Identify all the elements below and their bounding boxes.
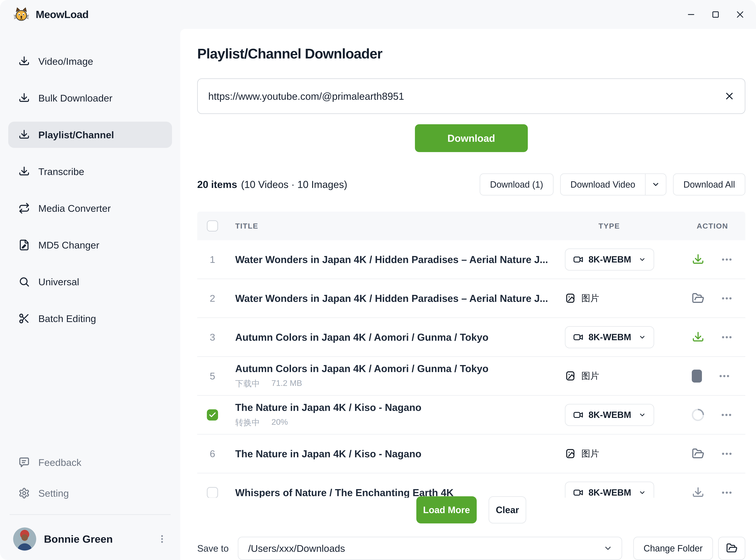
search-icon (18, 276, 30, 287)
download-all-button[interactable]: Download All (673, 174, 745, 196)
table-row: 3Autumn Colors in Japan 4K / Aomori / Gu… (197, 318, 745, 357)
download-button[interactable]: Download (415, 124, 528, 152)
chevron-down-icon (639, 334, 646, 341)
download-selected-button[interactable]: Download (1) (480, 174, 553, 196)
sidebar-item-bulk-downloader[interactable]: Bulk Downloader (8, 85, 172, 111)
chevron-down-icon (603, 544, 613, 553)
sidebar-item-label: Batch Editing (38, 313, 96, 324)
sidebar-nav: Video/ImageBulk DownloaderPlaylist/Chann… (8, 48, 172, 342)
row-number: 6 (207, 448, 218, 459)
download-video-split-button[interactable]: Download Video (560, 174, 667, 196)
load-more-button[interactable]: Load More (416, 496, 477, 523)
status-value: 71.2 MB (272, 378, 302, 389)
items-detail: (10 Videos · 10 Images) (241, 179, 347, 190)
row-number: 3 (207, 332, 218, 343)
sidebar-item-label: Setting (38, 487, 69, 499)
divider (9, 514, 171, 515)
download-item-icon[interactable] (692, 331, 704, 343)
sidebar-item-media-converter[interactable]: Media Converter (8, 195, 172, 221)
url-input[interactable] (208, 91, 724, 102)
row-menu-dots-icon[interactable] (720, 292, 733, 305)
items-count: 20 items (197, 179, 237, 190)
titlebar: MeowLoad (0, 0, 756, 29)
table-body: 1Water Wonders in Japan 4K / Hidden Para… (197, 240, 745, 498)
image-icon (565, 371, 576, 381)
row-menu-dots-icon[interactable] (720, 408, 733, 421)
sidebar-item-setting[interactable]: Setting (8, 480, 172, 506)
sidebar-item-label: Media Converter (38, 203, 111, 214)
sidebar-item-label: Universal (38, 276, 79, 287)
sidebar-bottom: FeedbackSetting (8, 449, 172, 553)
sidebar-item-transcribe[interactable]: Transcribe (8, 158, 172, 185)
row-menu-dots-icon[interactable] (720, 447, 733, 460)
close-icon[interactable] (735, 9, 745, 20)
sidebar-item-label: Video/Image (38, 56, 93, 67)
format-label: 8K-WEBM (589, 254, 631, 265)
row-title: Water Wonders in Japan 4K / Hidden Parad… (235, 254, 565, 265)
save-path-value: /Users/xxx/Downloads (248, 543, 603, 554)
sidebar-item-md5-changer[interactable]: MD5 Changer (8, 232, 172, 258)
app-title: MeowLoad (36, 8, 88, 20)
video-icon (573, 410, 583, 420)
format-select[interactable]: 8K-WEBM (565, 326, 654, 348)
row-menu-dots-icon[interactable] (720, 486, 733, 498)
image-type: 图片 (565, 292, 599, 304)
column-type: TYPE (565, 222, 680, 230)
sidebar-item-universal[interactable]: Universal (8, 268, 172, 295)
status-value: 20% (272, 417, 288, 428)
minimize-icon[interactable] (686, 9, 696, 20)
toolbar: 20 items (10 Videos · 10 Images) Downloa… (197, 174, 745, 196)
row-status: 下载中71.2 MB (235, 378, 565, 389)
row-menu-dots-icon[interactable] (720, 331, 733, 343)
open-folder-icon[interactable] (692, 292, 704, 305)
status-label: 下载中 (235, 378, 260, 389)
repeat-icon (18, 202, 30, 214)
sidebar-item-video-image[interactable]: Video/Image (8, 48, 172, 74)
page-title: Playlist/Channel Downloader (197, 46, 745, 62)
column-title: TITLE (235, 222, 565, 230)
row-number: 1 (207, 254, 218, 265)
format-select[interactable]: 8K-WEBM (565, 482, 654, 498)
select-all-checkbox[interactable] (207, 220, 218, 232)
open-folder-icon[interactable] (718, 537, 745, 560)
sidebar-item-feedback[interactable]: Feedback (8, 449, 172, 476)
clear-button[interactable]: Clear (489, 496, 526, 523)
user-row[interactable]: Bonnie Green (8, 525, 172, 553)
sidebar-item-playlist-channel[interactable]: Playlist/Channel (8, 122, 172, 148)
row-checkbox[interactable] (207, 409, 218, 421)
download-icon (18, 92, 30, 104)
stop-download-icon[interactable] (692, 369, 702, 383)
download-icon (18, 56, 30, 67)
image-icon (565, 448, 576, 459)
row-menu-dots-icon[interactable] (720, 253, 733, 266)
table-row: Whispers of Nature / The Enchanting Eart… (197, 473, 745, 498)
format-select[interactable]: 8K-WEBM (565, 404, 654, 426)
open-folder-icon[interactable] (692, 447, 704, 460)
download-item-icon[interactable] (692, 486, 704, 498)
save-bar: Save to /Users/xxx/Downloads Change Fold… (197, 537, 745, 560)
items-table: TITLE TYPE ACTION 1Water Wonders in Japa… (197, 212, 745, 498)
maximize-icon[interactable] (711, 9, 721, 20)
sidebar-item-label: Bulk Downloader (38, 93, 112, 104)
save-path-select[interactable]: /Users/xxx/Downloads (238, 537, 622, 560)
type-label: 图片 (581, 370, 599, 382)
chevron-down-icon[interactable] (645, 174, 666, 195)
download-item-icon[interactable] (692, 253, 704, 266)
row-menu-dots-icon[interactable] (718, 370, 731, 382)
sidebar-item-batch-editing[interactable]: Batch Editing (8, 305, 172, 332)
column-action: ACTION (680, 222, 745, 230)
type-label: 图片 (581, 448, 599, 460)
row-title: Water Wonders in Japan 4K / Hidden Parad… (235, 293, 565, 304)
clear-url-icon[interactable] (724, 91, 735, 102)
video-icon (573, 487, 583, 498)
change-folder-button[interactable]: Change Folder (633, 537, 713, 560)
row-title: Whispers of Nature / The Enchanting Eart… (235, 487, 565, 498)
row-checkbox[interactable] (207, 487, 218, 498)
format-select[interactable]: 8K-WEBM (565, 248, 654, 271)
chevron-down-icon (639, 489, 646, 496)
format-label: 8K-WEBM (589, 410, 631, 420)
user-menu-kebab-icon[interactable] (157, 534, 167, 544)
image-icon (565, 293, 576, 304)
footer: Load More Clear Save to /Users/xxx/Downl… (197, 498, 745, 560)
download-video-label[interactable]: Download Video (561, 174, 645, 195)
